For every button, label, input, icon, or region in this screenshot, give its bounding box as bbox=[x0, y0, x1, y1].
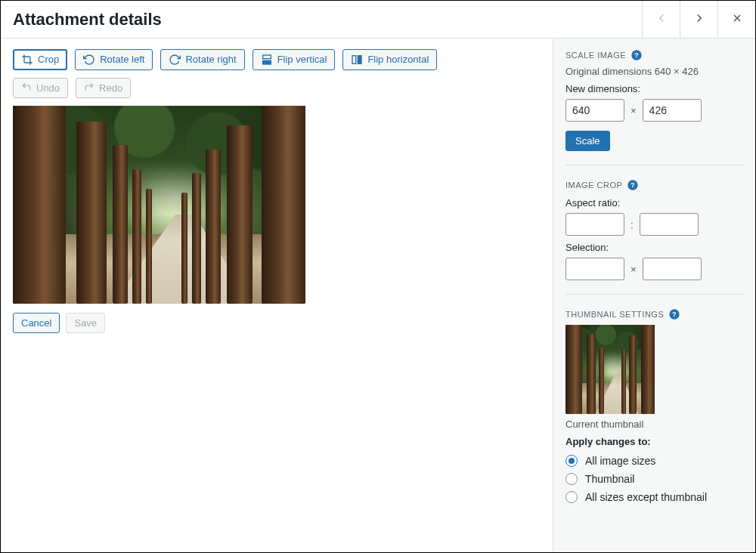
crop-icon bbox=[21, 54, 33, 66]
crop-button[interactable]: Crop bbox=[13, 49, 67, 70]
editor-actions: Cancel Save bbox=[13, 313, 541, 333]
image-editor-main: Crop Rotate left Rotate right bbox=[1, 39, 553, 552]
scale-image-title: SCALE IMAGE ? bbox=[565, 49, 743, 61]
radio-icon bbox=[565, 491, 578, 503]
apply-changes-group: All image sizes Thumbnail All sizes exce… bbox=[565, 455, 743, 503]
modal-header: Attachment details bbox=[1, 1, 755, 39]
radio-icon bbox=[565, 455, 578, 467]
image-preview[interactable] bbox=[13, 106, 305, 304]
divider bbox=[565, 165, 743, 165]
original-dimensions-text: Original dimensions 640 × 426 bbox=[565, 66, 743, 77]
scale-image-title-text: SCALE IMAGE bbox=[565, 51, 626, 60]
redo-label: Redo bbox=[99, 82, 122, 94]
dimension-separator: × bbox=[631, 105, 637, 116]
chevron-left-icon bbox=[655, 11, 668, 27]
aspect-height-input[interactable] bbox=[640, 213, 699, 236]
radio-all-except-thumbnail[interactable]: All sizes except thumbnail bbox=[565, 491, 743, 503]
selection-label: Selection: bbox=[565, 242, 743, 253]
aspect-ratio-label: Aspect ratio: bbox=[565, 197, 743, 209]
help-icon[interactable]: ? bbox=[668, 308, 680, 320]
preview-image bbox=[13, 106, 305, 304]
radio-label: All sizes except thumbnail bbox=[585, 491, 707, 503]
svg-text:?: ? bbox=[631, 181, 635, 189]
scale-button[interactable]: Scale bbox=[565, 131, 610, 151]
help-icon[interactable]: ? bbox=[627, 179, 639, 191]
cancel-button[interactable]: Cancel bbox=[13, 313, 60, 333]
selection-inputs: × bbox=[565, 258, 743, 280]
flip-horizontal-icon bbox=[351, 54, 363, 66]
history-toolbar: Undo Redo bbox=[13, 78, 541, 98]
redo-icon bbox=[84, 82, 94, 94]
radio-thumbnail[interactable]: Thumbnail bbox=[565, 473, 743, 485]
svg-text:?: ? bbox=[672, 310, 677, 318]
selection-width-input[interactable] bbox=[565, 258, 624, 280]
flip-vertical-button[interactable]: Flip vertical bbox=[253, 49, 336, 70]
flip-horizontal-button[interactable]: Flip horizontal bbox=[342, 49, 437, 70]
ratio-separator: : bbox=[631, 219, 634, 230]
radio-all-image-sizes[interactable]: All image sizes bbox=[565, 455, 743, 467]
new-dimensions-label: New dimensions: bbox=[565, 83, 743, 94]
chevron-right-icon bbox=[692, 11, 706, 27]
rotate-right-label: Rotate right bbox=[185, 54, 236, 66]
crop-button-label: Crop bbox=[38, 54, 59, 66]
scale-height-input[interactable] bbox=[643, 99, 702, 122]
radio-icon bbox=[565, 473, 578, 485]
aspect-ratio-inputs: : bbox=[565, 213, 743, 236]
thumbnail-settings-title-text: THUMBNAIL SETTINGS bbox=[565, 310, 664, 319]
modal-body: Crop Rotate left Rotate right bbox=[1, 39, 755, 552]
current-thumbnail-caption: Current thumbnail bbox=[565, 419, 743, 430]
close-icon bbox=[731, 12, 743, 26]
svg-rect-5 bbox=[358, 56, 362, 64]
svg-rect-3 bbox=[262, 60, 271, 64]
editor-sidebar: SCALE IMAGE ? Original dimensions 640 × … bbox=[553, 39, 755, 552]
thumbnail-settings-title: THUMBNAIL SETTINGS ? bbox=[565, 308, 743, 320]
rotate-left-icon bbox=[83, 54, 95, 66]
prev-button[interactable] bbox=[642, 1, 680, 38]
flip-horizontal-label: Flip horizontal bbox=[367, 54, 429, 66]
undo-label: Undo bbox=[36, 82, 60, 94]
radio-label: All image sizes bbox=[585, 455, 655, 467]
rotate-right-button[interactable]: Rotate right bbox=[160, 49, 244, 70]
redo-button[interactable]: Redo bbox=[76, 78, 131, 98]
undo-button[interactable]: Undo bbox=[13, 78, 68, 98]
attachment-details-modal: Attachment details Cr bbox=[0, 0, 756, 553]
modal-title: Attachment details bbox=[1, 1, 642, 38]
save-button[interactable]: Save bbox=[66, 313, 105, 333]
current-thumbnail bbox=[565, 325, 655, 414]
selection-separator: × bbox=[631, 264, 637, 275]
aspect-width-input[interactable] bbox=[565, 213, 624, 236]
svg-rect-2 bbox=[262, 55, 271, 59]
flip-vertical-icon bbox=[261, 54, 273, 66]
image-crop-title-text: IMAGE CROP bbox=[565, 181, 622, 190]
rotate-left-button[interactable]: Rotate left bbox=[75, 49, 153, 70]
selection-height-input[interactable] bbox=[643, 258, 702, 280]
close-button[interactable] bbox=[717, 1, 755, 38]
help-icon[interactable]: ? bbox=[631, 49, 643, 61]
rotate-right-icon bbox=[169, 54, 181, 66]
apply-changes-label: Apply changes to: bbox=[565, 436, 743, 447]
scale-inputs: × bbox=[565, 99, 743, 122]
flip-vertical-label: Flip vertical bbox=[277, 54, 327, 66]
svg-text:?: ? bbox=[634, 51, 639, 59]
scale-width-input[interactable] bbox=[565, 99, 624, 122]
edit-toolbar: Crop Rotate left Rotate right bbox=[13, 49, 541, 70]
image-crop-title: IMAGE CROP ? bbox=[565, 179, 743, 191]
svg-rect-4 bbox=[352, 56, 356, 64]
undo-icon bbox=[21, 82, 32, 94]
rotate-left-label: Rotate left bbox=[100, 54, 144, 66]
divider bbox=[565, 294, 743, 295]
next-button[interactable] bbox=[680, 1, 717, 38]
radio-label: Thumbnail bbox=[585, 473, 634, 485]
